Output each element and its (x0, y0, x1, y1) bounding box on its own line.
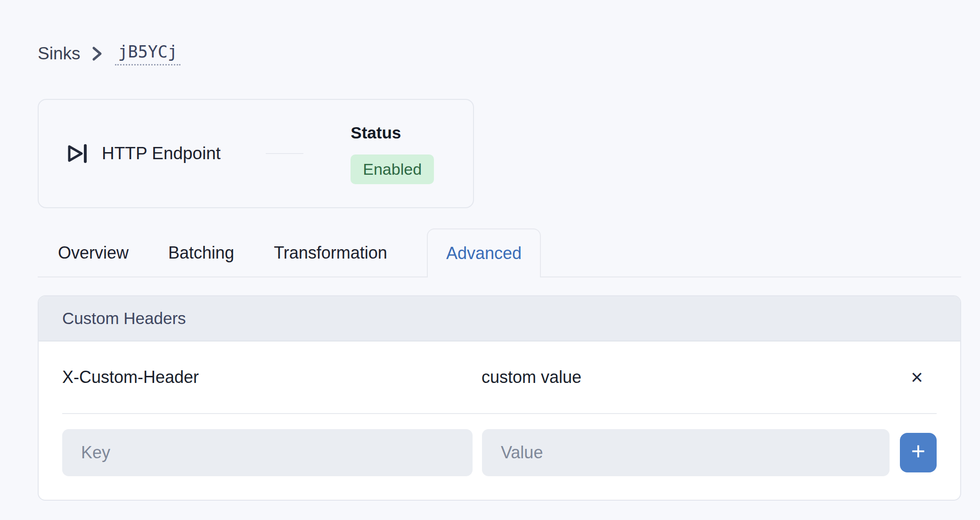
status-label: Status (351, 123, 434, 142)
sink-type-title: HTTP Endpoint (102, 144, 220, 163)
header-value-text: custom value (482, 367, 906, 387)
custom-headers-title: Custom Headers (39, 296, 960, 341)
key-input[interactable] (62, 429, 473, 476)
tab-overview[interactable]: Overview (58, 229, 129, 276)
value-input[interactable] (482, 429, 890, 476)
breadcrumb-sinks-link[interactable]: Sinks (38, 44, 80, 64)
tab-bar: Overview Batching Transformation Advance… (38, 229, 961, 277)
breadcrumb-sink-name[interactable]: jB5YCj (115, 42, 180, 65)
header-row: X-Custom-Header custom value × (39, 341, 960, 413)
page: Sinks jB5YCj HTTP Endpoint Status Enable… (0, 0, 980, 520)
tab-batching[interactable]: Batching (168, 229, 234, 276)
sink-summary-card: HTTP Endpoint Status Enabled (38, 99, 474, 208)
tab-transformation[interactable]: Transformation (274, 229, 387, 276)
add-header-button[interactable]: + (900, 433, 937, 472)
add-header-row: + (39, 414, 960, 500)
sink-title-group: HTTP Endpoint (67, 142, 220, 165)
status-column: Status Enabled (351, 123, 434, 184)
header-key-text: X-Custom-Header (62, 367, 482, 387)
remove-header-button[interactable]: × (906, 365, 927, 390)
main-content: Sinks jB5YCj HTTP Endpoint Status Enable… (38, 40, 961, 501)
breadcrumb: Sinks jB5YCj (38, 40, 961, 68)
card-divider-dash (266, 153, 303, 154)
custom-headers-section: Custom Headers X-Custom-Header custom va… (38, 295, 961, 501)
tab-advanced[interactable]: Advanced (427, 228, 541, 277)
skip-forward-icon (67, 142, 88, 165)
status-badge: Enabled (351, 154, 434, 184)
chevron-right-icon (91, 44, 104, 63)
